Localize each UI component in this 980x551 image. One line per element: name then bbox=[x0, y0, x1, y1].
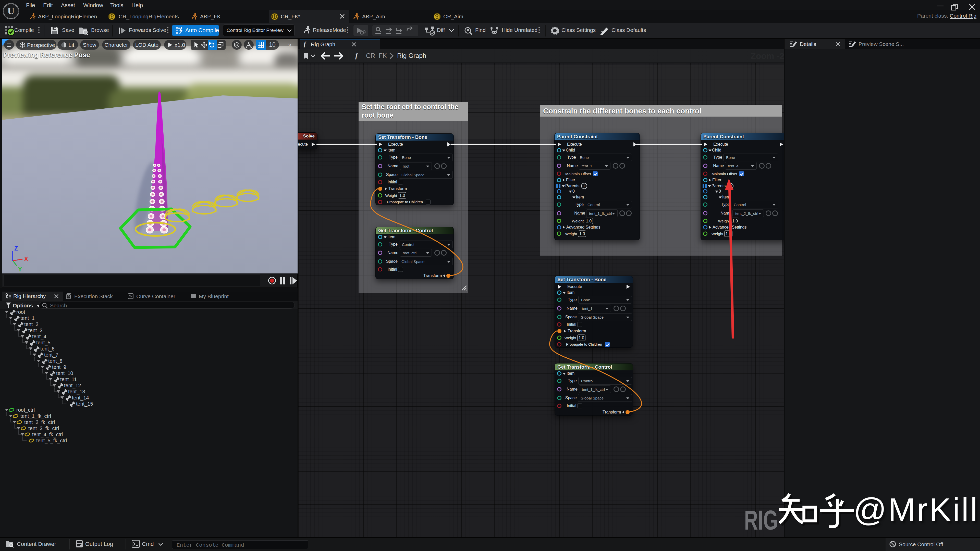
svg-text:X: X bbox=[24, 256, 28, 262]
svg-text:Y: Y bbox=[18, 265, 22, 273]
svg-text:Z: Z bbox=[14, 245, 18, 252]
svg-text:U: U bbox=[7, 6, 14, 16]
